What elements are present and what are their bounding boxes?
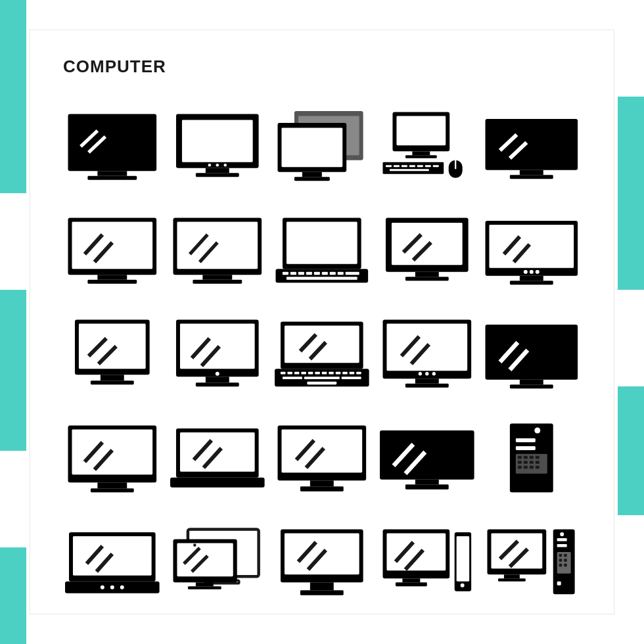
svg-rect-17 <box>294 177 330 181</box>
svg-rect-58 <box>322 272 328 275</box>
decoration-left <box>0 0 26 644</box>
svg-rect-29 <box>433 165 439 167</box>
svg-rect-207 <box>559 554 562 557</box>
icon-cell-10 <box>482 204 581 301</box>
svg-rect-162 <box>524 466 528 469</box>
desktop-window-icon <box>273 109 371 188</box>
svg-rect-20 <box>412 151 430 155</box>
svg-point-117 <box>425 372 428 375</box>
svg-point-168 <box>101 586 104 589</box>
svg-rect-100 <box>322 372 327 375</box>
svg-rect-101 <box>329 372 333 375</box>
svg-rect-81 <box>91 380 134 384</box>
svg-rect-104 <box>350 372 354 375</box>
icon-cell-22 <box>168 515 267 612</box>
svg-rect-99 <box>315 372 320 375</box>
svg-rect-25 <box>402 165 407 167</box>
svg-rect-54 <box>290 272 296 275</box>
svg-rect-191 <box>402 578 420 582</box>
svg-rect-66 <box>405 277 449 281</box>
svg-rect-157 <box>518 461 522 463</box>
svg-rect-47 <box>193 280 242 284</box>
decoration-right <box>618 0 644 644</box>
svg-rect-51 <box>287 222 357 264</box>
icon-cell-3 <box>273 100 371 197</box>
svg-rect-7 <box>195 173 239 177</box>
icon-cell-4 <box>378 100 476 197</box>
svg-rect-123 <box>510 384 553 388</box>
svg-point-118 <box>432 372 435 375</box>
laptop-slim-icon <box>168 421 267 499</box>
svg-rect-208 <box>564 554 567 557</box>
svg-rect-16 <box>302 172 322 177</box>
laptop-open-icon <box>273 213 371 292</box>
svg-rect-179 <box>188 586 221 589</box>
svg-rect-185 <box>310 582 334 590</box>
svg-rect-40 <box>97 275 127 279</box>
dual-monitor-outline-icon <box>168 524 267 603</box>
svg-rect-24 <box>394 165 400 167</box>
svg-rect-2 <box>87 176 137 180</box>
svg-rect-155 <box>530 456 534 459</box>
svg-rect-52 <box>276 269 369 283</box>
svg-rect-200 <box>504 574 520 578</box>
svg-rect-158 <box>524 461 528 463</box>
svg-rect-80 <box>101 375 124 380</box>
svg-rect-109 <box>308 382 337 384</box>
svg-rect-153 <box>518 456 522 459</box>
icon-cell-16 <box>63 411 162 509</box>
svg-rect-70 <box>490 225 574 268</box>
svg-rect-39 <box>72 222 152 269</box>
svg-rect-145 <box>405 484 449 489</box>
svg-rect-108 <box>342 377 361 379</box>
svg-rect-0 <box>68 114 156 172</box>
svg-rect-160 <box>536 461 540 463</box>
svg-point-74 <box>530 270 534 274</box>
svg-point-180 <box>193 543 196 546</box>
svg-rect-154 <box>524 456 528 459</box>
svg-point-75 <box>536 270 540 274</box>
svg-point-73 <box>524 270 528 274</box>
page-title: COMPUTER <box>63 57 581 77</box>
svg-rect-210 <box>564 559 567 562</box>
svg-rect-34 <box>520 170 543 175</box>
svg-point-9 <box>208 164 210 166</box>
imac-dots-icon <box>168 109 267 188</box>
svg-rect-27 <box>417 165 423 167</box>
svg-rect-94 <box>281 372 285 375</box>
monitor-apple-icon <box>63 421 162 499</box>
svg-rect-159 <box>530 461 534 463</box>
svg-rect-72 <box>510 281 553 285</box>
icon-cell-8 <box>273 204 371 301</box>
svg-point-151 <box>535 428 541 434</box>
icon-cell-11 <box>63 308 162 405</box>
imac-dots-bottom-icon <box>378 317 476 396</box>
svg-rect-28 <box>425 165 431 167</box>
svg-rect-19 <box>396 116 446 146</box>
widescreen-simple2-icon <box>482 317 581 396</box>
svg-rect-204 <box>557 544 567 547</box>
svg-rect-61 <box>346 272 359 275</box>
icon-cell-1 <box>63 100 162 197</box>
svg-rect-87 <box>195 382 239 386</box>
svg-rect-71 <box>520 276 543 281</box>
svg-rect-53 <box>283 272 288 275</box>
svg-rect-114 <box>415 379 439 383</box>
svg-rect-35 <box>510 175 553 179</box>
svg-rect-178 <box>195 582 213 586</box>
svg-point-169 <box>110 586 114 589</box>
icon-cell-14 <box>378 308 476 405</box>
monitor-phone-icon <box>378 524 476 603</box>
icon-grid <box>63 100 581 612</box>
imac-keyboard-mouse-icon <box>378 109 476 188</box>
svg-rect-8 <box>182 120 253 162</box>
widescreen-dots-icon <box>482 213 581 292</box>
svg-rect-33 <box>486 119 578 170</box>
icon-cell-13 <box>273 308 371 405</box>
svg-rect-1 <box>97 171 127 175</box>
svg-rect-144 <box>415 480 439 484</box>
svg-point-10 <box>216 164 218 166</box>
svg-rect-203 <box>557 538 567 541</box>
svg-rect-209 <box>559 559 562 562</box>
svg-rect-60 <box>338 272 344 275</box>
